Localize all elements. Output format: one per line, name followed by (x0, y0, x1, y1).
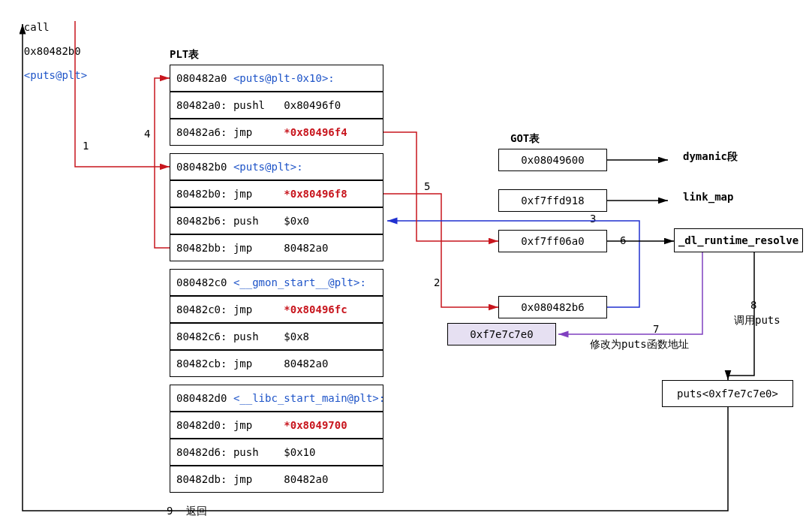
plt-op: jmp (233, 188, 252, 200)
puts-box: puts<0xf7e7c7e0> (662, 380, 793, 407)
plt-addr: 80482c0: (176, 303, 227, 315)
plt-row: 80482a0: pushl 0x80496f0 (170, 92, 383, 119)
plt-arg: *0x8049700 (284, 419, 347, 431)
plt-addr: 080482a0 (176, 72, 227, 84)
plt-arg: 80482a0 (284, 358, 328, 370)
plt-op: jmp (233, 242, 252, 254)
plt-op: jmp (233, 358, 252, 370)
plt-arg: 80482a0 (284, 242, 328, 254)
plt-row: 80482d6: push $0x10 (170, 439, 383, 466)
connectors (0, 0, 812, 525)
edge-label: 2 (434, 276, 440, 288)
got-val: 0x08049600 (521, 154, 584, 166)
plt-addr: 80482d0: (176, 419, 227, 431)
plt-op: push (233, 446, 259, 458)
plt-arg: $0x8 (284, 330, 309, 342)
plt-arg: *0x80496f4 (284, 126, 347, 138)
plt-arg: $0x0 (284, 215, 309, 227)
plt-addr: 080482d0 (176, 392, 227, 404)
plt-row: 80482c6: push $0x8 (170, 323, 383, 350)
edge-label: 5 (424, 180, 430, 192)
plt-addr: 80482c6: (176, 330, 227, 342)
edge-label: 1 (83, 140, 89, 152)
plt-addr: 80482cb: (176, 358, 227, 370)
plt-addr: 80482d6: (176, 446, 227, 458)
plt-arg: 0x80496f0 (284, 99, 341, 111)
plt-op: jmp (233, 303, 252, 315)
plt-op: pushl (233, 99, 265, 111)
got-val: 0x080482b6 (521, 301, 584, 313)
got-entry: 0x08049600 (498, 149, 607, 171)
plt-addr: 080482c0 (176, 276, 227, 288)
plt-row: 80482b0: jmp *0x80496f8 (170, 180, 383, 207)
plt-addr: 80482b0: (176, 188, 227, 200)
plt-row: 80482cb: jmp 80482a0 (170, 350, 383, 377)
plt-sym: <__gmon_start__@plt>: (233, 276, 366, 288)
plt-row: 80482d0: jmp *0x8049700 (170, 412, 383, 439)
plt-row: 080482c0 <__gmon_start__@plt>: (170, 269, 383, 296)
got-entry: 0x080482b6 (498, 296, 607, 318)
plt-op: jmp (233, 126, 252, 138)
plt-arg: *0x80496f8 (284, 188, 347, 200)
plt-addr: 080482b0 (176, 161, 227, 173)
got-val: 0xf7ff06a0 (521, 235, 584, 247)
plt-sym: <__libc_start_main@plt>: (233, 392, 385, 404)
edge-label: 6 (620, 234, 626, 246)
edge-label: 7 (653, 323, 659, 335)
call-sym: <puts@plt> (24, 69, 87, 81)
got-val: 0xf7ffd918 (521, 195, 584, 207)
plt-op: jmp (233, 419, 252, 431)
call-kw: call (24, 21, 50, 33)
plt-row: 80482bb: jmp 80482a0 (170, 234, 383, 261)
edge-text: 修改为puts函数地址 (590, 338, 689, 352)
plt-arg: $0x10 (284, 446, 315, 458)
edge-label: 8 (750, 299, 756, 311)
edge-text: 返回 (186, 505, 207, 518)
edge-label: 3 (590, 213, 596, 225)
plt-addr: 80482a0: (176, 99, 227, 111)
call-addr: 0x80482b0 (24, 45, 81, 57)
got-right: dymanic段 (683, 150, 738, 164)
plt-op: push (233, 215, 259, 227)
got-overwrite: 0xf7e7c7e0 (447, 323, 556, 345)
plt-addr: 80482bb: (176, 242, 227, 254)
plt-arg: *0x80496fc (284, 303, 347, 315)
plt-addr: 80482a6: (176, 126, 227, 138)
plt-row: 80482a6: jmp *0x80496f4 (170, 119, 383, 146)
plt-row: 80482b6: push $0x0 (170, 207, 383, 234)
plt-row: 080482d0 <__libc_start_main@plt>: (170, 385, 383, 412)
resolve-box: _dl_runtime_resolve (674, 228, 803, 252)
got-title: GOT表 (510, 132, 540, 146)
plt-addr: 80482db: (176, 473, 227, 485)
edge-label: 9 (167, 505, 173, 517)
got-entry: 0xf7ffd918 (498, 189, 607, 212)
plt-row: 080482b0 <puts@plt>: (170, 153, 383, 180)
plt-title: PLT表 (170, 48, 199, 62)
plt-row: 80482db: jmp 80482a0 (170, 466, 383, 493)
edge-text: 调用puts (734, 314, 780, 327)
call-instruction: call 0x80482b0 <puts@plt> (11, 9, 87, 81)
plt-row: 080482a0 <puts@plt-0x10>: (170, 65, 383, 92)
plt-arg: 80482a0 (284, 473, 328, 485)
got-right: link_map (683, 191, 733, 203)
plt-addr: 80482b6: (176, 215, 227, 227)
plt-sym: <puts@plt-0x10>: (233, 72, 335, 84)
got-entry: 0xf7ff06a0 (498, 230, 607, 252)
plt-op: jmp (233, 473, 252, 485)
edge-label: 4 (144, 128, 150, 140)
plt-row: 80482c0: jmp *0x80496fc (170, 296, 383, 323)
plt-sym: <puts@plt>: (233, 161, 303, 173)
plt-op: push (233, 330, 259, 342)
